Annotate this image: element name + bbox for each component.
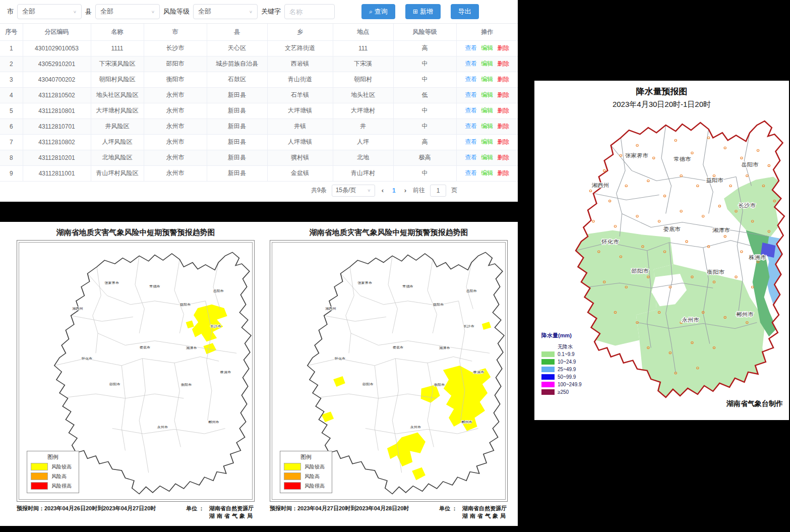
search-button[interactable]: ⌕查询: [361, 4, 395, 19]
delete-link[interactable]: 删除: [497, 107, 509, 114]
view-link[interactable]: 查看: [465, 169, 477, 176]
svg-text:岳阳市: 岳阳市: [213, 289, 224, 293]
legend-swatch: [284, 463, 301, 470]
svg-text:张家界市: 张家界市: [357, 281, 372, 285]
svg-text:长沙市: 长沙市: [210, 325, 221, 328]
table-row: 443112810502地头社区风险区永州市新田县石羊镇地头社区低查看编辑删除: [0, 87, 518, 103]
search-icon: ⌕: [369, 8, 373, 15]
col-header: 乡: [267, 24, 333, 40]
delete-link[interactable]: 删除: [497, 91, 509, 98]
unit-line1: 湖南省自然资源厅: [209, 505, 254, 511]
view-link[interactable]: 查看: [465, 138, 477, 145]
edit-link[interactable]: 编辑: [481, 169, 493, 176]
svg-text:怀化市: 怀化市: [601, 239, 619, 245]
legend-swatch: [541, 359, 555, 365]
next-page-button[interactable]: ›: [403, 187, 408, 194]
table-header-row: 序号 分区编码 名称 市 县 乡 地点 风险等级 操作: [0, 24, 518, 40]
col-header: 地点: [333, 24, 393, 40]
delete-link[interactable]: 删除: [497, 123, 509, 130]
goto-page-input[interactable]: [430, 185, 446, 197]
trend-map-1: 湖南省地质灾害气象风险中短期预警预报趋势图 湘西州张家界市常德市岳阳市益阳市长沙…: [17, 228, 255, 526]
risk-zone-panel: 市 全部∨ 县 全部∨ 风险等级 全部∨ 关键字 ⌕查询 ⊞新增 导出 序号 分…: [0, 0, 518, 202]
edit-link[interactable]: 编辑: [481, 76, 493, 83]
current-page[interactable]: 1: [390, 187, 398, 194]
edit-link[interactable]: 编辑: [481, 44, 493, 51]
unit-line2: 湖南省气象局: [462, 513, 508, 519]
view-link[interactable]: 查看: [465, 76, 477, 83]
view-link[interactable]: 查看: [465, 60, 477, 67]
delete-link[interactable]: 删除: [497, 44, 509, 51]
filter-bar: 市 全部∨ 县 全部∨ 风险等级 全部∨ 关键字 ⌕查询 ⊞新增 导出: [0, 0, 518, 24]
svg-text:岳阳市: 岳阳市: [466, 289, 477, 293]
edit-link[interactable]: 编辑: [481, 60, 493, 67]
export-button[interactable]: 导出: [451, 4, 479, 19]
delete-link[interactable]: 删除: [497, 154, 509, 161]
delete-link[interactable]: 删除: [497, 60, 509, 67]
trend-map-2: 湖南省地质灾害气象风险中短期预警预报趋势图 湘西州张家界市常德市岳阳市益阳市长沙…: [270, 228, 508, 526]
county-filter-label: 县: [85, 7, 92, 16]
legend-swatch: [541, 367, 555, 372]
svg-text:邵阳市: 邵阳市: [362, 382, 374, 386]
edit-link[interactable]: 编辑: [481, 138, 493, 145]
svg-text:怀化市: 怀化市: [81, 357, 93, 360]
legend-swatch: [541, 374, 555, 380]
svg-text:郴州市: 郴州市: [736, 312, 753, 318]
svg-text:湘潭市: 湘潭市: [712, 227, 730, 233]
svg-text:常德市: 常德市: [402, 284, 413, 288]
edit-link[interactable]: 编辑: [481, 123, 493, 130]
svg-text:邵阳市: 邵阳市: [631, 268, 648, 274]
unit-line2: 湖南省气象局: [209, 513, 255, 519]
svg-text:娄底市: 娄底市: [140, 345, 151, 349]
chevron-down-icon: ∨: [367, 188, 371, 193]
page-size-select[interactable]: 15条/页∨: [332, 185, 375, 197]
view-link[interactable]: 查看: [465, 154, 477, 161]
trend-map-1-title: 湖南省地质灾害气象风险中短期预警预报趋势图: [17, 228, 255, 240]
view-link[interactable]: 查看: [465, 107, 477, 114]
delete-link[interactable]: 删除: [497, 169, 509, 176]
county-filter-select[interactable]: 全部∨: [95, 4, 160, 19]
svg-text:湘西州: 湘西州: [592, 182, 609, 188]
svg-text:娄底市: 娄底市: [663, 226, 680, 232]
svg-text:常德市: 常德市: [674, 156, 691, 162]
col-header: 县: [207, 24, 267, 40]
plus-box-icon: ⊞: [413, 8, 418, 15]
legend-swatch: [284, 472, 301, 480]
prev-page-button[interactable]: ‹: [380, 187, 385, 194]
edit-link[interactable]: 编辑: [481, 91, 493, 98]
page-unit-label: 页: [451, 186, 457, 195]
precip-subtitle: 2023年4月30日20时-1日20时: [534, 100, 789, 109]
view-link[interactable]: 查看: [465, 91, 477, 98]
risk-legend: 图例 风险较高 风险高 风险很高: [280, 451, 332, 493]
legend-swatch: [541, 351, 555, 357]
edit-link[interactable]: 编辑: [481, 154, 493, 161]
add-button[interactable]: ⊞新增: [405, 4, 441, 19]
legend-title: 图例: [284, 453, 328, 461]
city-filter-label: 市: [7, 7, 14, 16]
legend-swatch: [31, 472, 48, 480]
col-header: 序号: [0, 24, 23, 40]
svg-text:郴州市: 郴州市: [461, 421, 472, 424]
delete-link[interactable]: 删除: [497, 138, 509, 145]
chevron-down-icon: ∨: [73, 10, 77, 14]
delete-link[interactable]: 删除: [497, 76, 509, 83]
view-link[interactable]: 查看: [465, 123, 477, 130]
risk-zone-table: 序号 分区编码 名称 市 县 乡 地点 风险等级 操作 143010290100…: [0, 24, 518, 182]
svg-text:衡阳市: 衡阳市: [707, 269, 724, 275]
risk-level-filter-label: 风险等级: [163, 7, 190, 16]
city-filter-select[interactable]: 全部∨: [17, 4, 82, 19]
forecast-time: 预报时间：2023年04月27日20时到2023年04月28日20时: [270, 505, 409, 520]
view-link[interactable]: 查看: [465, 44, 477, 51]
edit-link[interactable]: 编辑: [481, 107, 493, 114]
unit-line1: 湖南省自然资源厅: [462, 505, 507, 511]
svg-text:张家界市: 张家界市: [104, 281, 119, 285]
svg-text:岳阳市: 岳阳市: [741, 162, 758, 168]
svg-text:衡阳市: 衡阳市: [181, 383, 192, 387]
risk-level-filter-select[interactable]: 全部∨: [193, 4, 258, 19]
table-row: 243052910201下宋溪风险区邵阳市城步苗族自治县西岩镇下宋溪中查看编辑删…: [0, 56, 518, 72]
svg-text:湘潭市: 湘潭市: [439, 346, 450, 350]
keyword-input[interactable]: [284, 4, 335, 19]
col-header: 分区编码: [23, 24, 91, 40]
col-header: 风险等级: [393, 24, 456, 40]
legend-swatch: [284, 482, 301, 490]
svg-text:衡阳市: 衡阳市: [434, 383, 445, 387]
